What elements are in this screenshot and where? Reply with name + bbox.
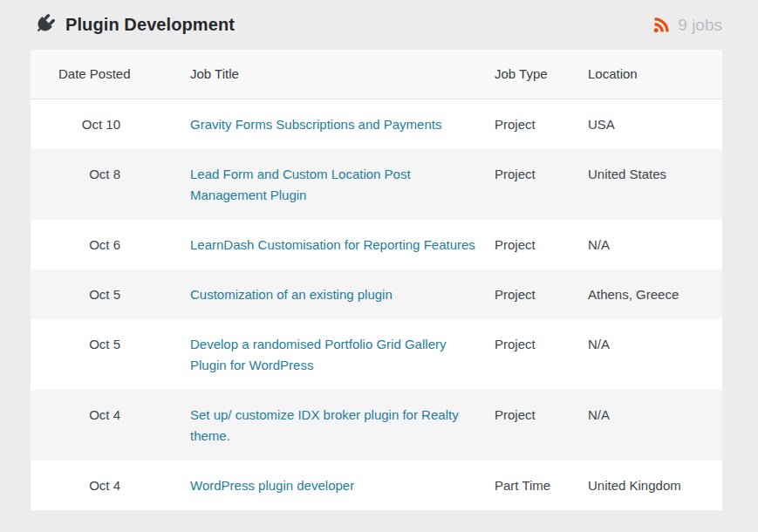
job-date: Oct 4 [31,460,190,510]
job-title-link[interactable]: Develop a randomised Portfolio Grid Gall… [190,337,446,372]
column-header-date-posted: Date Posted [31,50,190,99]
jobs-count-wrap: 9 jobs [652,16,722,35]
page-title: Plugin Development [65,15,652,35]
jobs-table-container: Date Posted Job Title Job Type Location … [31,50,722,510]
job-type: Project [495,269,588,319]
job-title-link[interactable]: WordPress plugin developer [190,478,354,493]
job-type: Project [495,99,588,150]
job-type: Project [495,220,588,269]
job-type: Project [495,319,588,390]
job-date: Oct 5 [31,319,190,390]
job-date: Oct 8 [31,149,190,220]
job-row: Oct 5 Develop a randomised Portfolio Gri… [31,319,722,390]
job-location: N/A [588,319,722,390]
job-type: Project [495,390,588,460]
job-row: Oct 6 LearnDash Customisation for Report… [31,220,722,269]
job-location: USA [588,99,722,150]
job-row: Oct 4 Set up/ customize IDX broker plugi… [31,390,722,460]
job-location: Athens, Greece [588,269,722,319]
column-header-job-type: Job Type [495,50,588,99]
plug-icon [31,13,56,38]
job-date: Oct 5 [31,269,190,319]
job-location: N/A [588,220,722,269]
job-title-link[interactable]: Gravity Forms Subscriptions and Payments [190,117,441,132]
job-location: United States [588,149,722,220]
job-title-link[interactable]: Customization of an existing plugin [190,287,393,302]
job-row: Oct 5 Customization of an existing plugi… [31,269,722,319]
job-date: Oct 6 [31,220,190,269]
rss-icon[interactable] [652,17,670,34]
widget-header: Plugin Development 9 jobs [0,0,758,50]
job-location: United Kingdom [588,460,722,510]
column-header-job-title: Job Title [190,50,495,99]
job-title-link[interactable]: Lead Form and Custom Location Post Manag… [190,167,411,202]
job-type: Project [495,149,588,220]
job-row: Oct 4 WordPress plugin developer Part Ti… [31,460,722,510]
job-date: Oct 10 [31,99,190,150]
job-row: Oct 8 Lead Form and Custom Location Post… [31,149,722,220]
job-type: Part Time [495,460,588,510]
page: Plugin Development 9 jobs Date Posted Jo… [0,0,758,532]
job-date: Oct 4 [31,390,190,460]
jobs-table-body: Oct 10 Gravity Forms Subscriptions and P… [31,99,722,511]
job-title-link[interactable]: Set up/ customize IDX broker plugin for … [190,407,459,443]
column-header-location: Location [588,50,722,99]
jobs-table-header: Date Posted Job Title Job Type Location [31,50,722,99]
jobs-count-label: 9 jobs [678,16,722,35]
job-title-link[interactable]: LearnDash Customisation for Reporting Fe… [190,237,475,252]
job-location: N/A [588,390,722,460]
job-row: Oct 10 Gravity Forms Subscriptions and P… [31,99,722,150]
jobs-table: Date Posted Job Title Job Type Location … [31,50,722,510]
